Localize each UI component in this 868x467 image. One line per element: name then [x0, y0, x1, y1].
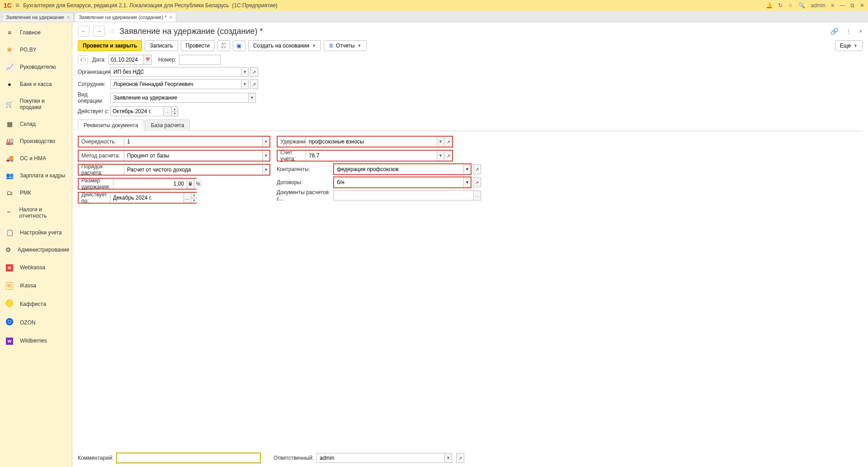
attach-icon[interactable]: 🏷 — [78, 55, 88, 64]
tab-requisites[interactable]: Реквизиты документа — [78, 119, 144, 131]
select-icon[interactable]: … — [164, 106, 172, 116]
reports-button[interactable]: 🗎Отчеты▼ — [324, 40, 366, 51]
history-icon[interactable]: ↻ — [778, 2, 783, 9]
dropdown-icon[interactable]: ▼ — [262, 165, 269, 175]
tab-close-icon[interactable]: × — [67, 14, 70, 20]
dropdown-icon[interactable]: ▼ — [437, 151, 444, 161]
sidebar-item-assets[interactable]: 🚚ОС и НМА — [0, 150, 72, 167]
write-button[interactable]: Записать — [145, 40, 178, 51]
period-spinner[interactable]: ▲▼ — [172, 106, 178, 116]
open-ref-icon[interactable]: ↗ — [444, 137, 452, 147]
open-ref-icon[interactable]: ↗ — [250, 79, 258, 89]
tab-list[interactable]: Заявления на удержание × — [2, 12, 74, 22]
link-icon[interactable]: 🔗 — [830, 28, 838, 35]
sidebar-item-warehouse[interactable]: ▦Склад — [0, 115, 72, 133]
post-button[interactable]: Провести — [181, 40, 215, 51]
search-icon[interactable]: 🔍 — [798, 2, 805, 9]
valid-from-input[interactable] — [110, 106, 164, 116]
account-input[interactable] — [306, 151, 437, 161]
dropdown-icon[interactable]: ▼ — [463, 177, 471, 187]
bell-icon[interactable]: 🔔 — [766, 2, 773, 9]
dropdown-icon[interactable]: ▼ — [241, 80, 248, 89]
sidebar-item-ikassa[interactable]: iKiKassa — [0, 276, 72, 295]
tab-calculation-base[interactable]: База расчета — [145, 119, 190, 131]
user-label[interactable]: admin — [811, 2, 826, 9]
post-and-close-button[interactable]: Провести и закрыть — [78, 40, 142, 51]
sidebar-item-label: Налоги и отчетность — [19, 206, 66, 219]
calendar-icon[interactable]: 📅 — [144, 55, 152, 65]
dropdown-icon[interactable]: ▼ — [262, 151, 269, 161]
docsettlement-input[interactable] — [333, 191, 474, 200]
dtkt-button[interactable]: ДᴛКᴛ — [217, 40, 230, 51]
dropdown-icon[interactable]: ▼ — [241, 67, 248, 76]
open-ref-icon[interactable]: ↗ — [444, 151, 452, 161]
sidebar-item-production[interactable]: 🏭Производство — [0, 133, 72, 150]
contract-input[interactable] — [334, 177, 463, 187]
counterparty-input[interactable] — [334, 164, 463, 174]
maximize-icon[interactable]: ⧉ — [850, 2, 854, 9]
more-button[interactable]: Еще▼ — [835, 40, 863, 51]
select-icon[interactable]: … — [184, 193, 191, 203]
settings-icon[interactable]: ≡ — [831, 2, 834, 9]
sidebar-item-bank[interactable]: ●Банк и касса — [0, 76, 72, 93]
valid-to-label: Действует по: — [79, 191, 110, 204]
operation-type-input[interactable] — [111, 93, 248, 102]
sidebar-item-rmk[interactable]: 🗂РМК — [0, 184, 72, 201]
sidebar-item-wildberries[interactable]: WWildberries — [0, 332, 72, 350]
create-based-button[interactable]: Создать на основании▼ — [248, 40, 321, 51]
structure-button[interactable]: ▣ — [233, 40, 245, 51]
minimize-icon[interactable]: — — [840, 2, 845, 9]
ozon-icon — [5, 318, 14, 327]
dropdown-icon[interactable]: ▼ — [262, 137, 269, 147]
close-page-icon[interactable]: × — [859, 28, 863, 35]
method-label: Метод расчета: — [79, 152, 124, 159]
employee-input[interactable] — [111, 80, 241, 89]
date-input[interactable] — [108, 55, 144, 65]
favorite-star-icon[interactable]: ☆ — [108, 26, 116, 36]
sidebar-item-main[interactable]: ≡Главное — [0, 24, 72, 41]
calc-order-input[interactable] — [124, 165, 262, 175]
date-label: Дата: — [92, 57, 106, 63]
sidebar-item-poby[interactable]: ✱PO.BY — [0, 41, 72, 58]
nav-back-button[interactable]: ← — [78, 26, 90, 37]
open-ref-icon[interactable]: ↗ — [456, 453, 464, 463]
open-ref-icon[interactable]: ↗ — [473, 164, 481, 174]
sidebar-item-admin[interactable]: ⚙Администрирование — [0, 241, 72, 258]
period-spinner[interactable]: ▲▼ — [191, 193, 197, 203]
organization-input[interactable] — [111, 67, 241, 76]
sidebar-item-manager[interactable]: 📈Руководителю — [0, 58, 72, 76]
dropdown-icon[interactable]: ▼ — [444, 453, 452, 462]
dropdown-icon[interactable]: ▼ — [437, 137, 444, 147]
deduction-type-input[interactable] — [306, 137, 437, 147]
ikassa-icon: iK — [5, 281, 14, 290]
star-icon[interactable]: ☆ — [788, 2, 793, 9]
calculator-icon[interactable]: 🖩 — [187, 179, 194, 189]
tab-document[interactable]: Заявление на удержание (создание) * × — [75, 12, 176, 22]
responsible-input[interactable] — [317, 453, 444, 462]
sidebar-item-label: Каффеста — [20, 301, 46, 307]
sidebar-item-kaffesta[interactable]: Каффеста — [0, 295, 72, 313]
nav-forward-button[interactable]: → — [93, 26, 105, 37]
sidebar-item-label: Руководителю — [20, 64, 56, 70]
open-ref-icon[interactable]: ↗ — [250, 67, 258, 77]
priority-input[interactable] — [124, 137, 262, 147]
method-input[interactable] — [124, 151, 262, 161]
dropdown-icon[interactable]: ▼ — [248, 93, 255, 102]
deduction-size-input[interactable] — [113, 179, 187, 189]
sidebar-item-payroll[interactable]: 👥Зарплата и кадры — [0, 167, 72, 184]
sidebar-item-webkassa[interactable]: IIIWebkassa — [0, 258, 72, 276]
dropdown-icon[interactable]: ▼ — [463, 164, 471, 174]
number-input[interactable] — [179, 55, 221, 65]
tab-close-icon[interactable]: × — [169, 14, 172, 20]
sidebar-item-settings[interactable]: 📋Настройки учета — [0, 224, 72, 241]
select-icon[interactable]: … — [474, 191, 481, 200]
close-window-icon[interactable]: ✕ — [860, 2, 864, 9]
comment-input[interactable] — [116, 453, 261, 463]
open-ref-icon[interactable]: ↗ — [473, 177, 481, 187]
main-menu-icon[interactable]: ≡ — [15, 1, 19, 10]
more-vertical-icon[interactable]: ⋮ — [845, 28, 852, 35]
sidebar-item-taxes[interactable]: ᴬᵏНалоги и отчетность — [0, 201, 72, 224]
valid-to-input[interactable] — [110, 193, 184, 203]
sidebar-item-sales[interactable]: 🛒Покупки и продажи — [0, 93, 72, 115]
sidebar-item-ozon[interactable]: OZON — [0, 313, 72, 332]
